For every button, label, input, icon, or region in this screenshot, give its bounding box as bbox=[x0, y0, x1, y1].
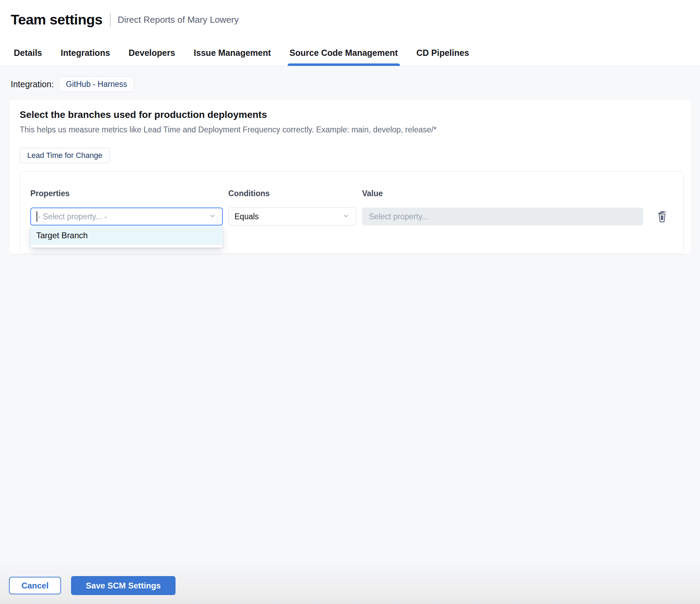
branch-settings-card: Select the branches used for production … bbox=[9, 100, 691, 254]
card-description: This helps us measure metrics like Lead … bbox=[20, 125, 437, 134]
page-title: Team settings bbox=[11, 12, 102, 28]
chevron-down-icon bbox=[208, 212, 217, 221]
condition-select-value: Equals bbox=[234, 212, 259, 221]
property-select-placeholder: - Select property... - bbox=[38, 212, 107, 221]
column-header-properties: Properties bbox=[30, 189, 70, 198]
save-scm-settings-button[interactable]: Save SCM Settings bbox=[71, 576, 176, 595]
integration-label: Integration: bbox=[11, 79, 54, 89]
team-settings-page: Team settings Direct Reports of Mary Low… bbox=[0, 0, 700, 604]
value-input[interactable] bbox=[362, 208, 643, 225]
tab-issue-management[interactable]: Issue Management bbox=[194, 40, 271, 66]
dropdown-item-target-branch[interactable]: Target Branch bbox=[30, 226, 223, 245]
tab-bar: Details Integrations Developers Issue Ma… bbox=[0, 40, 700, 66]
text-caret bbox=[37, 211, 37, 222]
tab-source-code-management[interactable]: Source Code Management bbox=[290, 40, 398, 66]
title-divider bbox=[110, 13, 111, 27]
page-header: Team settings Direct Reports of Mary Low… bbox=[0, 0, 700, 40]
page-subtitle: Direct Reports of Mary Lowery bbox=[118, 14, 239, 25]
property-dropdown-menu: Target Branch bbox=[30, 226, 223, 248]
metric-chip-lead-time[interactable]: Lead Time for Change bbox=[20, 148, 110, 163]
column-header-conditions: Conditions bbox=[228, 189, 270, 198]
rule-panel: Properties Conditions Value - Select pro… bbox=[20, 171, 684, 253]
tab-integrations[interactable]: Integrations bbox=[61, 40, 110, 66]
column-header-value: Value bbox=[362, 189, 383, 198]
tab-cd-pipelines[interactable]: CD Pipelines bbox=[417, 40, 469, 66]
tab-developers[interactable]: Developers bbox=[129, 40, 175, 66]
chevron-down-icon bbox=[342, 212, 350, 221]
delete-rule-button[interactable] bbox=[654, 208, 670, 225]
card-heading: Select the branches used for production … bbox=[20, 109, 267, 120]
property-select[interactable]: - Select property... - bbox=[30, 208, 223, 225]
trash-icon bbox=[656, 209, 668, 224]
integration-chip[interactable]: GitHub - Harness bbox=[59, 77, 134, 92]
tab-details[interactable]: Details bbox=[14, 40, 42, 66]
cancel-button[interactable]: Cancel bbox=[9, 577, 61, 594]
condition-select[interactable]: Equals bbox=[228, 208, 356, 225]
integration-row: Integration: GitHub - Harness bbox=[11, 77, 134, 92]
